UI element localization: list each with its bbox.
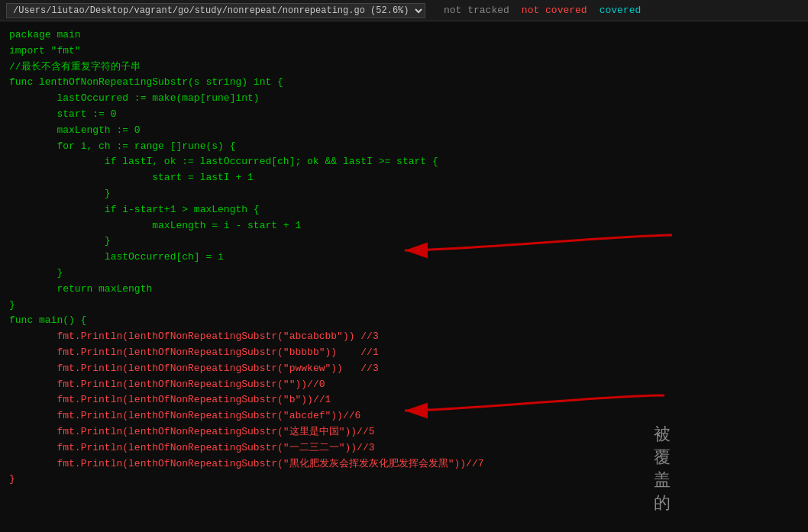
code-line-30: fmt.Println(lenthOfNonRepeatingSubstr("黑…	[0, 456, 808, 472]
code-line-18: return maxLength	[0, 282, 808, 298]
code-line-27: fmt.Println(lenthOfNonRepeatingSubstr("a…	[0, 408, 808, 424]
legend-covered: covered	[600, 5, 642, 16]
code-line-19: }	[0, 298, 808, 314]
code-line-4: //最长不含有重复字符的子串	[0, 60, 808, 76]
code-line-17: }	[0, 266, 808, 282]
code-line-24: fmt.Println(lenthOfNonRepeatingSubstr("p…	[0, 361, 808, 377]
code-line-22: fmt.Println(lenthOfNonRepeatingSubstr("a…	[0, 329, 808, 345]
code-line-15: }	[0, 234, 808, 250]
code-line-25: fmt.Println(lenthOfNonRepeatingSubstr(""…	[0, 377, 808, 393]
code-line-14: maxLength = i - start + 1	[0, 218, 808, 234]
code-line-21: func main() {	[0, 313, 808, 329]
code-line-16: lastOccurred[ch] = i	[0, 250, 808, 266]
lines-container: package mainimport "fmt"//最长不含有重复字符的子串fu…	[0, 27, 808, 488]
topbar: /Users/liutao/Desktop/vagrant/go/study/n…	[0, 0, 808, 21]
code-line-3: import "fmt"	[0, 44, 808, 60]
file-path-select[interactable]: /Users/liutao/Desktop/vagrant/go/study/n…	[6, 3, 425, 18]
code-line-28: fmt.Println(lenthOfNonRepeatingSubstr("这…	[0, 424, 808, 440]
code-line-12: }	[0, 186, 808, 202]
code-line-26: fmt.Println(lenthOfNonRepeatingSubstr("b…	[0, 392, 808, 408]
code-line-5: func lenthOfNonRepeatingSubstr(s string)…	[0, 75, 808, 91]
code-line-8: maxLength := 0	[0, 123, 808, 139]
file-path-container[interactable]: /Users/liutao/Desktop/vagrant/go/study/n…	[6, 3, 425, 18]
code-line-7: start := 0	[0, 107, 808, 123]
code-line-23: fmt.Println(lenthOfNonRepeatingSubstr("b…	[0, 345, 808, 361]
code-line-29: fmt.Println(lenthOfNonRepeatingSubstr("一…	[0, 440, 808, 456]
code-line-1: package main	[0, 27, 808, 44]
legend-not-tracked: not tracked	[444, 5, 509, 16]
code-line-6: lastOccurred := make(map[rune]int)	[0, 91, 808, 107]
legend-not-covered: not covered	[522, 5, 587, 16]
code-line-11: start = lastI + 1	[0, 170, 808, 186]
code-line-9: for i, ch := range []rune(s) {	[0, 139, 808, 155]
code-area: package mainimport "fmt"//最长不含有重复字符的子串fu…	[0, 21, 808, 494]
code-line-10: if lastI, ok := lastOccurred[ch]; ok && …	[0, 154, 808, 170]
code-line-13: if i-start+1 > maxLength {	[0, 202, 808, 218]
coverage-legend: not tracked not covered covered	[444, 5, 641, 16]
code-line-31: }	[0, 472, 808, 488]
